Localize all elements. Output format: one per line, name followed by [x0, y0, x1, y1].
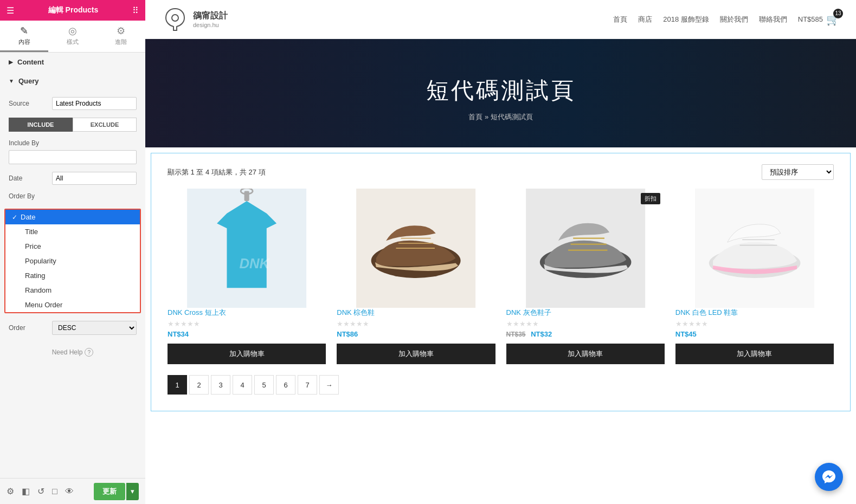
logo-area: 鵒甯設計 design.hu — [162, 6, 228, 33]
add-to-cart-1[interactable]: 加入購物車 — [168, 344, 326, 364]
product-card-1: DNK DNK Cross 短上衣 ★★★★★ NT$34 加入購物車 — [168, 189, 326, 364]
tab-style[interactable]: ◎ 樣式 — [48, 21, 96, 52]
svg-rect-2 — [244, 191, 249, 201]
cart-area[interactable]: NT$585 🛒 13 — [798, 13, 840, 26]
order-label: Order — [9, 324, 52, 332]
svg-point-0 — [172, 15, 178, 21]
left-panel: ☰ 編輯 Products ⠿ ✎ 內容 ◎ 樣式 ⚙ 進階 ▶ Content… — [0, 0, 145, 504]
source-select[interactable]: Latest Products Featured Products Sale P… — [52, 97, 137, 110]
help-icon[interactable]: ? — [85, 348, 93, 357]
product-price-3: NT$35 NT$32 — [506, 330, 665, 338]
dropdown-item-random[interactable]: Random — [5, 283, 140, 298]
product-name-2[interactable]: DNK 棕色鞋 — [337, 308, 495, 318]
product-name-1[interactable]: DNK Cross 短上衣 — [168, 308, 326, 318]
tshirt-svg: DNK — [168, 189, 326, 308]
page-btn-1[interactable]: 1 — [168, 375, 187, 395]
logo-subtext: design.hu — [193, 22, 228, 28]
include-button[interactable]: INCLUDE — [9, 118, 73, 132]
order-by-label: Order By — [9, 192, 52, 200]
dropdown-item-menu-order[interactable]: Menu Order — [5, 298, 140, 312]
brown-shoe-svg — [337, 189, 495, 308]
advanced-tab-icon: ⚙ — [117, 25, 125, 37]
date-row: Date All Today This Week — [9, 172, 137, 185]
page-btn-3[interactable]: 3 — [211, 375, 230, 395]
product-img-shoe4 — [675, 189, 834, 308]
source-row: Source Latest Products Featured Products… — [9, 97, 137, 110]
update-button[interactable]: 更新 — [94, 483, 125, 500]
query-section-header[interactable]: ▼ Query — [0, 72, 145, 91]
add-to-cart-2[interactable]: 加入購物車 — [337, 344, 495, 364]
product-img-shoe2 — [337, 189, 495, 308]
settings-icon[interactable]: ⚙ — [7, 486, 14, 496]
content-arrow-icon: ▶ — [9, 59, 13, 65]
products-header: 顯示第 1 至 4 項結果，共 27 項 預設排序 依最新排序 依價格由低到高 … — [168, 164, 834, 180]
page-btn-next[interactable]: → — [319, 375, 339, 395]
panel-body: ▶ Content ▼ Query Source Latest Products… — [0, 53, 145, 504]
pagination: 1 2 3 4 5 6 7 → — [168, 375, 834, 395]
product-card-4: DNK 白色 LED 鞋靠 ★★★★★ NT$45 加入購物車 — [675, 189, 834, 364]
nav-about[interactable]: 關於我們 — [720, 15, 748, 24]
nav-home[interactable]: 首頁 — [613, 15, 627, 24]
gray-shoe-svg — [506, 189, 665, 308]
stars-2: ★★★★★ — [337, 320, 495, 328]
exclude-button[interactable]: EXCLUDE — [73, 118, 137, 132]
eye-icon[interactable]: 👁 — [65, 487, 74, 496]
white-shoe-svg — [675, 189, 834, 308]
preview-icon[interactable]: □ — [52, 487, 57, 496]
add-to-cart-4[interactable]: 加入購物車 — [675, 344, 834, 364]
product-card-3: 折扣 DNK 灰色鞋子 ★★★★★ NT$35 NT$32 加入購物車 — [506, 189, 665, 364]
product-price-2: NT$86 — [337, 330, 495, 338]
page-btn-2[interactable]: 2 — [189, 375, 209, 395]
query-section: Source Latest Products Featured Products… — [0, 91, 145, 209]
cart-price: NT$585 — [798, 15, 823, 23]
page-btn-5[interactable]: 5 — [254, 375, 274, 395]
tab-advanced[interactable]: ⚙ 進階 — [97, 21, 145, 52]
hero-title: 短代碼測試頁 — [426, 75, 576, 106]
cart-icon: 🛒 13 — [826, 13, 840, 26]
update-arrow-button[interactable]: ▾ — [126, 483, 139, 500]
date-select[interactable]: All Today This Week — [52, 172, 137, 185]
dropdown-item-price[interactable]: Price — [5, 239, 140, 254]
nav-shop[interactable]: 商店 — [638, 15, 652, 24]
stars-1: ★★★★★ — [168, 320, 326, 328]
nav-contact[interactable]: 聯絡我們 — [759, 15, 787, 24]
messenger-icon — [821, 469, 836, 484]
order-select[interactable]: DESC ASC — [52, 321, 137, 335]
page-btn-4[interactable]: 4 — [233, 375, 252, 395]
include-by-input[interactable] — [9, 150, 137, 164]
page-btn-6[interactable]: 6 — [276, 375, 295, 395]
tab-content[interactable]: ✎ 內容 — [0, 21, 48, 52]
cart-badge: 13 — [833, 9, 843, 18]
nav-catalog[interactable]: 2018 服飾型錄 — [663, 15, 709, 24]
product-price-1: NT$34 — [168, 330, 326, 338]
product-name-3[interactable]: DNK 灰色鞋子 — [506, 308, 665, 318]
source-label: Source — [9, 100, 52, 107]
check-icon: ✓ — [12, 214, 17, 221]
products-section: 顯示第 1 至 4 項結果，共 27 項 預設排序 依最新排序 依價格由低到高 … — [151, 153, 851, 411]
product-price-4: NT$45 — [675, 330, 834, 338]
sort-select[interactable]: 預設排序 依最新排序 依價格由低到高 依價格由高到低 — [762, 164, 834, 180]
layers-icon[interactable]: ◧ — [22, 486, 30, 496]
product-name-4[interactable]: DNK 白色 LED 鞋靠 — [675, 308, 834, 318]
add-to-cart-3[interactable]: 加入購物車 — [506, 344, 665, 364]
grid-icon[interactable]: ⠿ — [132, 5, 139, 16]
hamburger-icon[interactable]: ☰ — [7, 5, 14, 16]
order-by-row: Order By — [9, 192, 137, 200]
messenger-float-button[interactable] — [815, 463, 843, 491]
history-icon[interactable]: ↺ — [37, 486, 44, 496]
nav-links: 首頁 商店 2018 服飾型錄 關於我們 聯絡我們 NT$585 🛒 13 — [613, 13, 840, 26]
style-tab-icon: ◎ — [68, 25, 77, 37]
dropdown-item-title[interactable]: Title — [5, 224, 140, 239]
page-btn-7[interactable]: 7 — [298, 375, 317, 395]
top-bar: ☰ 編輯 Products ⠿ — [0, 0, 145, 21]
content-tab-icon: ✎ — [20, 25, 28, 37]
dropdown-item-popularity[interactable]: Popularity — [5, 254, 140, 268]
stars-3: ★★★★★ — [506, 320, 665, 328]
site-nav: 鵒甯設計 design.hu 首頁 商店 2018 服飾型錄 關於我們 聯絡我們… — [145, 0, 856, 39]
stars-4: ★★★★★ — [675, 320, 834, 328]
dropdown-item-rating[interactable]: Rating — [5, 268, 140, 283]
dropdown-item-date[interactable]: ✓ Date — [5, 210, 140, 224]
content-section-header[interactable]: ▶ Content — [0, 53, 145, 72]
products-grid: DNK DNK Cross 短上衣 ★★★★★ NT$34 加入購物車 — [168, 189, 834, 364]
products-count: 顯示第 1 至 4 項結果，共 27 項 — [168, 167, 266, 177]
